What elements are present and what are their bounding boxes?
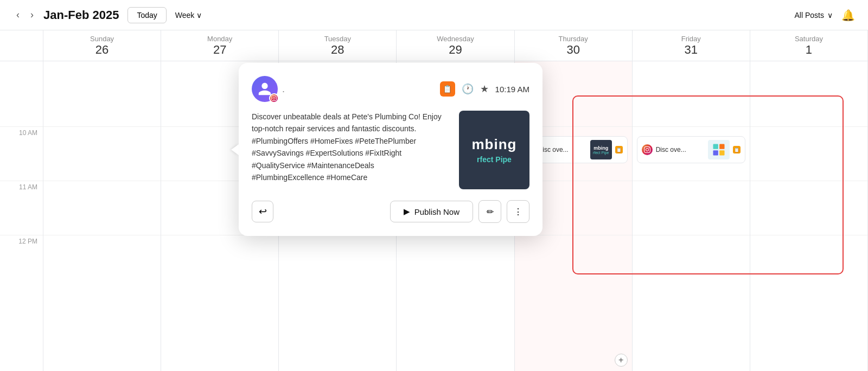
sunday-label: Sunday [90, 35, 114, 43]
nav-right: All Posts ∨ 🔔 [795, 9, 855, 22]
top-navigation: ‹ › Jan-Feb 2025 Today Week ∨ All Posts … [0, 0, 868, 30]
popup-footer: ↩ ▶ Publish Now ✏ ⋮ [252, 200, 529, 223]
calendar-title: Jan-Feb 2025 [43, 8, 119, 22]
friday-column[interactable]: Disc ove... 📋 [633, 61, 750, 371]
saturday-num: 1 [806, 43, 812, 57]
popup-post-image: mbing rfect Pipe [459, 111, 529, 189]
post-detail-popup: . 📋 🕐 ★ 10:19 AM Discover unbeatable dea… [239, 63, 542, 236]
popup-post-text: Discover unbeatable deals at Pete's Plum… [252, 111, 448, 189]
svg-rect-1 [719, 144, 724, 149]
popup-header-right: 📋 🕐 ★ 10:19 AM [440, 81, 529, 97]
col-header-monday: Monday 27 [161, 30, 279, 61]
week-chevron-icon: ∨ [196, 11, 202, 20]
send-button[interactable]: ↩ [252, 201, 273, 222]
popup-dot: . [282, 84, 285, 95]
instagram-badge [269, 93, 279, 103]
time-slot-10am: 10 AM [0, 126, 43, 181]
more-options-button[interactable]: ⋮ [507, 200, 529, 223]
svg-rect-2 [713, 150, 718, 155]
svg-rect-3 [719, 150, 724, 155]
event-thumbnail-1: mbing rfect Pipe [590, 140, 612, 159]
send-icon: ↩ [259, 206, 267, 218]
friday-event-1[interactable]: Disc ove... 📋 [637, 136, 745, 163]
week-label: Week [175, 11, 195, 20]
all-posts-chevron-icon: ∨ [827, 11, 833, 20]
add-event-thursday[interactable]: + [615, 354, 628, 367]
clock-icon: 🕐 [462, 83, 474, 95]
week-selector[interactable]: Week ∨ [175, 11, 202, 20]
nav-arrows: ‹ › [13, 7, 37, 23]
header-spacer [0, 30, 43, 61]
event-thumbnail-2 [708, 140, 730, 159]
edit-icon: ✏ [487, 207, 494, 217]
notification-icon[interactable]: 🔔 [841, 9, 855, 22]
image-text-2: rfect Pipe [477, 155, 512, 164]
col-header-sunday: Sunday 26 [43, 30, 161, 61]
avatar [252, 76, 278, 102]
popup-header: . 📋 🕐 ★ 10:19 AM [252, 76, 529, 102]
popup-time: 10:19 AM [495, 85, 529, 94]
col-header-friday: Friday 31 [633, 30, 750, 61]
calendar-header: Sunday 26 Monday 27 Tuesday 28 Wednesday… [0, 30, 868, 61]
schedule-icon: 📋 [615, 146, 623, 153]
tuesday-num: 28 [331, 43, 344, 57]
saturday-label: Saturday [795, 35, 823, 43]
monday-label: Monday [207, 35, 232, 43]
schedule-icon-2: 📋 [733, 146, 741, 153]
friday-event-text: Disc ove... [656, 146, 705, 153]
col-header-tuesday: Tuesday 28 [279, 30, 397, 61]
avatar-wrap: . [252, 76, 285, 102]
instagram-icon-2 [642, 144, 653, 155]
saturday-column[interactable] [750, 61, 868, 371]
popup-actions: ▶ Publish Now ✏ ⋮ [390, 200, 529, 223]
more-icon: ⋮ [514, 207, 523, 217]
calendar-area: Sunday 26 Monday 27 Tuesday 28 Wednesday… [0, 30, 868, 371]
wednesday-label: Wednesday [437, 35, 474, 43]
thursday-event-text: Disc ove... [538, 146, 587, 153]
tuesday-label: Tuesday [324, 35, 351, 43]
time-slot-12pm: 12 PM [0, 235, 43, 289]
col-header-wednesday: Wednesday 29 [397, 30, 514, 61]
all-posts-button[interactable]: All Posts ∨ [795, 11, 833, 20]
sunday-num: 26 [95, 43, 108, 57]
edit-button[interactable]: ✏ [478, 200, 501, 223]
thursday-label: Thursday [559, 35, 588, 43]
publish-arrow-icon: ▶ [404, 207, 410, 216]
back-button[interactable]: ‹ [13, 7, 23, 23]
friday-num: 31 [685, 43, 698, 57]
schedule-orange-icon: 📋 [440, 81, 455, 97]
friday-label: Friday [681, 35, 701, 43]
svg-rect-0 [713, 144, 718, 149]
col-header-thursday: Thursday 30 [515, 30, 633, 61]
time-slot-11am: 11 AM [0, 181, 43, 235]
popup-arrow [231, 144, 239, 155]
col-header-saturday: Saturday 1 [750, 30, 868, 61]
all-posts-label: All Posts [795, 11, 824, 20]
thursday-num: 30 [566, 43, 579, 57]
popup-body: Discover unbeatable deals at Pete's Plum… [252, 111, 529, 189]
star-icon: ★ [480, 83, 489, 95]
today-button[interactable]: Today [127, 7, 166, 23]
forward-button[interactable]: › [27, 7, 37, 23]
time-column: 10 AM 11 AM 12 PM [0, 61, 43, 371]
publish-now-button[interactable]: ▶ Publish Now [390, 201, 473, 222]
wednesday-num: 29 [449, 43, 462, 57]
publish-label: Publish Now [414, 207, 459, 216]
monday-num: 27 [213, 43, 226, 57]
image-text-1: mbing [472, 136, 517, 153]
sunday-column[interactable] [43, 61, 161, 371]
